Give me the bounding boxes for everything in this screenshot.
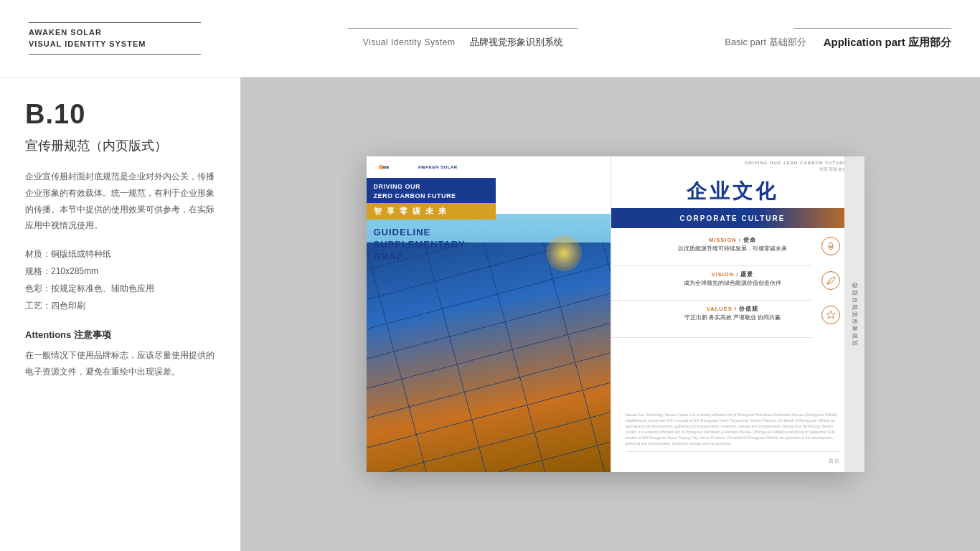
logo-area: AWAKEN SOLAR VISUAL IDENTITY SYSTEM — [29, 22, 201, 55]
sun-glow — [546, 235, 582, 271]
spec-material: 材质：铜版纸或特种纸 — [25, 245, 215, 263]
page-right-top-text: DRIVING OUR ZERO CARBON FUTURE — [745, 161, 847, 165]
header-center: Visual Identity System 品牌视觉形象识别系统 — [348, 28, 578, 49]
section-desc: 企业宣传册封面封底规范是企业对外内公关，传播企业形象的有效载体。统一规范，有利于… — [25, 169, 215, 234]
logo-top-line — [29, 22, 201, 23]
nav-basic[interactable]: Basic part 基础部分 — [725, 36, 806, 49]
spec-size: 规格：210x285mm — [25, 263, 215, 280]
logo-line1: AWAKEN SOLAR — [29, 27, 201, 38]
slogan-box: DRIVING OUR ZERO CARBON FUTURE 智 享 零 碳 未… — [367, 178, 496, 220]
spec-color: 色彩：按规定标准色、辅助色应用 — [25, 280, 215, 297]
header-right-line — [793, 28, 951, 29]
page-logo-text: AWAKEN SOLAR — [418, 165, 458, 169]
booklet-container: 九光 AWAKEN SOLAR DRIVING OUR ZERO CARBON … — [367, 156, 854, 472]
flame-icon — [826, 241, 836, 251]
slogan-blue-bg: DRIVING OUR ZERO CARBON FUTURE — [367, 178, 496, 203]
values-desc: 守正出新 务实高效 严谨敬业 协同共赢 — [684, 314, 781, 321]
small-text-block: Natural Gas Technology Service Center: i… — [626, 412, 840, 446]
corp-culture-bar: CORPORATE CULTURE — [611, 208, 854, 228]
sun-icon: 九光 — [375, 160, 390, 174]
guideline-line1: GUIDELINE — [374, 227, 466, 239]
values-row: VALUES / 价值观 守正出新 务实高效 严谨敬业 协同共赢 — [611, 306, 854, 323]
logo-line2: VISUAL IDENTITY SYSTEM — [29, 39, 201, 50]
svg-point-4 — [829, 246, 831, 248]
mission-label: MISSION / 使命 — [709, 237, 756, 244]
header: AWAKEN SOLAR VISUAL IDENTITY SYSTEM Visu… — [0, 0, 980, 77]
mission-row: MISSION / 使命 以优质能源升维可持续发展，引领零碳未来 — [611, 237, 854, 254]
header-center-line — [348, 28, 578, 29]
side-label: 版面自视觉形象规范 — [850, 282, 858, 347]
vision-desc: 成为全球领先的绿色能源价值创造伙伴 — [684, 280, 781, 287]
solar-panel-grid — [367, 242, 611, 472]
divider-3 — [611, 337, 812, 338]
svg-point-1 — [378, 165, 383, 170]
mission-icon — [821, 237, 840, 255]
divider-bottom — [626, 451, 840, 452]
attentions-desc: 在一般情况下使用品牌标志，应该尽量使用提供的电子资源文件，避免在重绘中出现误差。 — [25, 347, 215, 380]
section-code: B.10 — [25, 99, 215, 130]
mission-desc: 以优质能源升维可持续发展，引领零碳未来 — [678, 245, 787, 253]
guideline-line3: GRAP — [374, 251, 466, 263]
page-left-top-bar: 九光 AWAKEN SOLAR — [367, 156, 611, 178]
sidebar: B.10 宣传册规范（内页版式） 企业宣传册封面封底规范是企业对外内公关，传播企… — [0, 77, 240, 551]
side-label-container: 版面自视觉形象规范 — [844, 156, 864, 472]
page-right-subtitle: 智享零碳未来 — [819, 166, 847, 173]
page-left: 九光 AWAKEN SOLAR DRIVING OUR ZERO CARBON … — [367, 156, 611, 472]
slogan-cn: 智 享 零 碳 未 来 — [374, 206, 489, 217]
corp-culture-bar-text: CORPORATE CULTURE — [680, 215, 786, 222]
logo-bottom-line — [29, 54, 201, 55]
star-icon — [826, 310, 836, 320]
vision-label: VISION / 愿景 — [712, 271, 754, 278]
leaf-icon — [826, 276, 836, 286]
vis-cn-label: 品牌视觉形象识别系统 — [470, 36, 563, 49]
section-title: 宣传册规范（内页版式） — [25, 137, 215, 154]
divider-1 — [611, 265, 812, 266]
content-area: 九光 AWAKEN SOLAR DRIVING OUR ZERO CARBON … — [240, 77, 980, 551]
nav-application[interactable]: Application part 应用部分 — [824, 36, 951, 50]
vision-row: VISION / 愿景 成为全球领先的绿色能源价值创造伙伴 — [611, 271, 854, 288]
svg-text:九光: 九光 — [382, 166, 387, 169]
page-logo-small: 九光 — [375, 160, 418, 174]
page-number: 前 后 — [829, 458, 840, 465]
corp-culture-title: 企业文化 — [611, 178, 854, 205]
header-center-labels: Visual Identity System 品牌视觉形象识别系统 — [363, 36, 563, 49]
section-specs: 材质：铜版纸或特种纸 规格：210x285mm 色彩：按规定标准色、辅助色应用 … — [25, 245, 215, 314]
spec-craft: 工艺：四色印刷 — [25, 297, 215, 314]
page-right: DRIVING OUR ZERO CARBON FUTURE 智享零碳未来 企业… — [611, 156, 854, 472]
guideline-text-box: GUIDELINE SUPPLEMENTARY GRAP — [367, 221, 473, 269]
guideline-line2: SUPPLEMENTARY — [374, 239, 466, 251]
values-label: VALUES / 价值观 — [707, 306, 758, 313]
slogan-en: DRIVING OUR ZERO CARBON FUTURE — [374, 182, 489, 200]
vision-icon — [821, 271, 840, 290]
svg-marker-6 — [826, 311, 835, 319]
main-layout: B.10 宣传册规范（内页版式） 企业宣传册封面封底规范是企业对外内公关，传播企… — [0, 77, 980, 551]
culture-row-vision: VISION / 愿景 成为全球领先的绿色能源价值创造伙伴 — [611, 271, 854, 287]
culture-row-mission: MISSION / 使命 以优质能源升维可持续发展，引领零碳未来 — [611, 237, 854, 253]
values-icon — [821, 306, 840, 324]
slogan-cn-bar: 智 享 零 碳 未 来 — [367, 203, 496, 220]
culture-row-values: VALUES / 价值观 守正出新 务实高效 严谨敬业 协同共赢 — [611, 306, 854, 321]
header-right: Basic part 基础部分 Application part 应用部分 — [725, 28, 951, 50]
divider-2 — [611, 300, 812, 301]
attentions-title: Attentions 注意事项 — [25, 329, 215, 342]
header-right-nav: Basic part 基础部分 Application part 应用部分 — [725, 36, 951, 50]
vis-en-label: Visual Identity System — [363, 37, 456, 47]
